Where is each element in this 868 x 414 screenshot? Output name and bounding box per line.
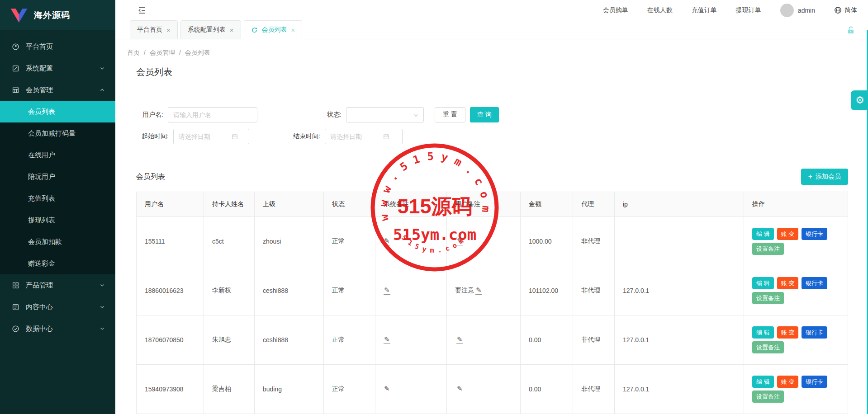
edit-system-remark-icon[interactable]: ✎	[384, 336, 390, 344]
check-circle-icon	[12, 325, 19, 333]
amount-cell: 1000.00	[521, 217, 573, 266]
sidebar-item-gift-bonus[interactable]: 赠送彩金	[0, 253, 115, 274]
account-change-button[interactable]: 账 变	[777, 376, 799, 388]
tab-system-config-list[interactable]: 系统配置列表 ×	[180, 20, 241, 39]
status-cell: 正常	[324, 266, 375, 315]
navbar-right: 会员购单 在线人数 充值订单 提现订单 admin 简体	[603, 4, 857, 17]
edit-button[interactable]: 编 辑	[752, 326, 774, 339]
sidebar-item-label: 内容中心	[26, 303, 53, 311]
refresh-icon[interactable]	[251, 27, 258, 33]
breadcrumb-member-list: 会员列表	[185, 49, 210, 57]
tab-member-list[interactable]: 会员列表 ×	[244, 20, 303, 39]
nav-link-withdraw-orders[interactable]: 提现订单	[736, 6, 761, 14]
set-remark-button[interactable]: 设置备注	[752, 341, 784, 353]
language-switcher[interactable]: 简体	[834, 6, 857, 14]
parent-cell: buding	[255, 365, 324, 414]
unlock-icon[interactable]	[846, 26, 855, 37]
nav-link-recharge-orders[interactable]: 充值订单	[692, 6, 717, 14]
set-remark-button[interactable]: 设置备注	[752, 292, 784, 304]
sidebar-item-withdraw-list[interactable]: 提现列表	[0, 209, 115, 231]
edit-system-remark-icon[interactable]: ✎	[384, 287, 390, 295]
add-member-button[interactable]: + 添加会员	[801, 169, 848, 185]
user-remark-cell: ✎	[447, 217, 521, 266]
sidebar-item-recharge-list[interactable]: 充值列表	[0, 188, 115, 209]
search-button[interactable]: 查 询	[470, 107, 499, 122]
close-icon[interactable]: ×	[166, 26, 171, 34]
section-title: 会员列表	[136, 172, 165, 182]
edit-user-remark-icon[interactable]: ✎	[456, 336, 463, 344]
edit-system-remark-icon[interactable]: ✎	[384, 237, 390, 245]
bank-card-button[interactable]: 银行卡	[802, 326, 827, 339]
username-input[interactable]	[168, 107, 257, 122]
sidebar-item-member-bet-adjust[interactable]: 会员加减打码量	[0, 122, 115, 144]
edit-user-remark-icon[interactable]: ✎	[475, 287, 482, 295]
actions-cell: 编 辑 账 变 银行卡 设置备注	[744, 365, 848, 414]
sidebar-item-label: 系统配置	[26, 64, 53, 73]
end-date-input[interactable]	[325, 129, 383, 144]
sidebar-item-product-management[interactable]: 产品管理	[0, 274, 115, 296]
edit-button[interactable]: 编 辑	[752, 277, 774, 289]
end-date-picker[interactable]	[325, 129, 403, 144]
sidebar-item-member-management[interactable]: 会员管理	[0, 79, 115, 101]
sidebar-item-platform-home[interactable]: 平台首页	[0, 36, 115, 57]
sidebar-item-online-users[interactable]: 在线用户	[0, 144, 115, 166]
menu-fold-icon[interactable]	[137, 6, 147, 15]
sidebar-item-content-center[interactable]: 内容中心	[0, 296, 115, 318]
edit-square-icon	[12, 65, 19, 72]
sidebar-item-member-credit-adjust[interactable]: 会员加扣款	[0, 231, 115, 253]
calendar-icon	[383, 133, 389, 140]
edit-user-remark-icon[interactable]: ✎	[456, 385, 463, 393]
bank-card-button[interactable]: 银行卡	[802, 277, 827, 289]
set-remark-button[interactable]: 设置备注	[752, 243, 784, 255]
amount-cell: 101102.00	[521, 266, 573, 315]
sidebar: 海外源码 平台首页 系统配置	[0, 0, 115, 414]
username-label: 用户名:	[136, 111, 163, 119]
actions-cell: 编 辑 账 变 银行卡 设置备注	[744, 217, 848, 266]
end-time-label: 结束时间:	[288, 132, 320, 141]
calendar-icon	[232, 133, 238, 140]
settings-gear-button[interactable]: ⚙	[851, 90, 868, 110]
top-navbar: 会员购单 在线人数 充值订单 提现订单 admin 简体	[115, 0, 868, 20]
sidebar-item-companion-users[interactable]: 陪玩用户	[0, 166, 115, 188]
status-select[interactable]	[346, 107, 424, 122]
bank-card-button[interactable]: 银行卡	[802, 228, 827, 240]
set-remark-button[interactable]: 设置备注	[752, 390, 784, 403]
user-remark-cell: ✎	[447, 315, 521, 365]
breadcrumb-member-management[interactable]: 会员管理	[150, 49, 175, 57]
account-change-button[interactable]: 账 变	[777, 277, 799, 289]
bank-card-button[interactable]: 银行卡	[802, 376, 827, 388]
document-icon	[12, 303, 19, 311]
username-cell: 155111	[137, 217, 204, 266]
globe-icon	[834, 6, 842, 14]
status-cell: 正常	[324, 217, 375, 266]
col-system-remark: 系统备注	[375, 192, 447, 217]
sidebar-item-system-config[interactable]: 系统配置	[0, 57, 115, 79]
start-date-picker[interactable]	[173, 129, 249, 144]
language-label: 简体	[844, 6, 857, 14]
account-change-button[interactable]: 账 变	[777, 228, 799, 240]
start-date-input[interactable]	[174, 129, 232, 144]
close-icon[interactable]: ×	[291, 26, 295, 34]
edit-system-remark-icon[interactable]: ✎	[384, 385, 390, 393]
cardholder-cell: c5ct	[204, 217, 255, 266]
account-change-button[interactable]: 账 变	[777, 326, 799, 339]
chevron-down-icon	[99, 304, 105, 310]
reset-button[interactable]: 重 置	[435, 107, 465, 122]
edit-button[interactable]: 编 辑	[752, 376, 774, 388]
edit-button[interactable]: 编 辑	[752, 228, 774, 240]
sidebar-item-data-center[interactable]: 数据中心	[0, 318, 115, 339]
close-icon[interactable]: ×	[230, 26, 234, 34]
agent-cell: 非代理	[573, 266, 615, 315]
brand-logo[interactable]: 海外源码	[0, 0, 115, 30]
nav-link-member-orders[interactable]: 会员购单	[603, 6, 628, 14]
sidebar-item-member-list[interactable]: 会员列表	[0, 101, 115, 122]
tab-platform-home[interactable]: 平台首页 ×	[130, 20, 178, 39]
brand-title: 海外源码	[34, 9, 70, 21]
chevron-down-icon	[99, 325, 105, 332]
status-label: 状态:	[321, 111, 342, 119]
edit-user-remark-icon[interactable]: ✎	[456, 237, 463, 245]
breadcrumb-home[interactable]: 首页	[127, 49, 140, 57]
nav-link-online-count[interactable]: 在线人数	[647, 6, 673, 14]
user-menu[interactable]: admin	[780, 4, 815, 17]
avatar	[780, 4, 794, 17]
